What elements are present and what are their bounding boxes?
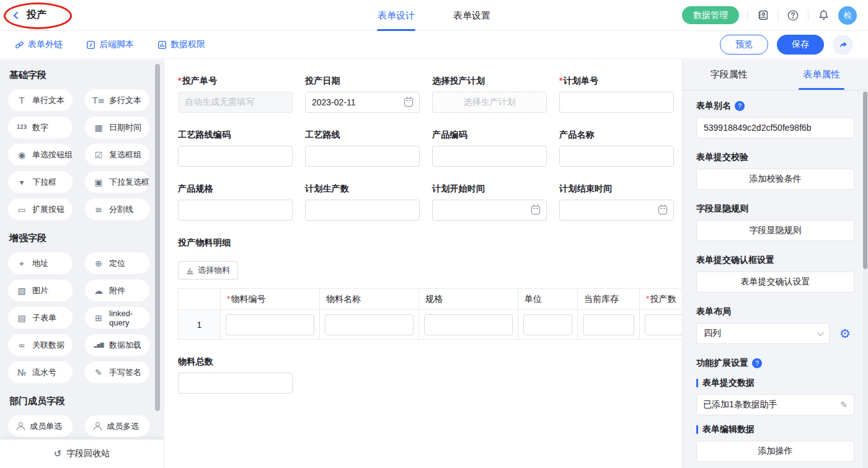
external-link-action[interactable]: 表单外链 xyxy=(15,39,63,50)
field-visibility-button[interactable]: 字段显隐规则 xyxy=(696,220,854,241)
help-icon[interactable] xyxy=(752,358,762,368)
palette-item-serial-number[interactable]: №流水号 xyxy=(8,361,73,383)
palette-item-attachment[interactable]: ☁附件 xyxy=(85,280,149,301)
signature-icon: ✎ xyxy=(92,368,105,377)
back-chevron-icon[interactable] xyxy=(11,11,21,20)
field-product-name[interactable]: 产品名称 xyxy=(559,130,674,167)
palette-item-address[interactable]: ⌖地址 xyxy=(8,252,73,274)
palette-item-linked-query[interactable]: ⊞linked-query xyxy=(85,307,149,329)
help-icon[interactable] xyxy=(786,9,800,22)
user-avatar[interactable]: 检 xyxy=(838,6,857,25)
data-permission-action[interactable]: 数据权限 xyxy=(157,39,205,50)
backend-script-action[interactable]: 后端脚本 xyxy=(86,39,134,50)
palette-item-multi-line-text[interactable]: T≡多行文本 xyxy=(85,89,149,111)
notification-bell-icon[interactable] xyxy=(817,9,830,22)
text-input[interactable] xyxy=(559,146,674,167)
attachment-icon: ☁ xyxy=(92,286,105,295)
data-manage-button[interactable]: 数据管理 xyxy=(682,6,739,24)
palette-item-extend-button[interactable]: ▭扩展按钮 xyxy=(8,198,73,220)
palette-item-single-line-text[interactable]: T单行文本 xyxy=(8,89,73,111)
select-material-button[interactable]: 选择物料 xyxy=(178,261,238,280)
cell-input-material-code[interactable] xyxy=(226,314,314,335)
palette-item-location[interactable]: ⊕定位 xyxy=(85,252,149,274)
palette-item-linked-data[interactable]: ∞关联数据 xyxy=(8,334,73,356)
cell-input-stock[interactable] xyxy=(583,314,634,335)
palette-item-datetime[interactable]: ▦日期时间 xyxy=(85,117,149,138)
back-navigation[interactable]: 投产 xyxy=(11,9,46,22)
calendar-icon xyxy=(658,206,667,214)
field-plan-order-no[interactable]: 计划单号 xyxy=(559,76,674,113)
divider xyxy=(747,10,748,21)
cell-input-material-name[interactable] xyxy=(325,314,414,335)
data-assistant-box[interactable]: 已添加1条数据助手 ✎ xyxy=(696,394,854,415)
tab-field-properties[interactable]: 字段属性 xyxy=(683,60,776,90)
field-plan-start-time[interactable]: 计划开始时间 xyxy=(432,183,547,221)
panel-scrollbar-thumb[interactable] xyxy=(863,92,867,269)
palette-item-data-load[interactable]: ▂▅▇数据加载 xyxy=(85,334,149,356)
tab-form-settings[interactable]: 表单设置 xyxy=(453,0,490,31)
field-route-code[interactable]: 工艺路线编码 xyxy=(178,130,293,167)
calendar-icon xyxy=(404,98,413,107)
gear-icon[interactable]: ⚙ xyxy=(836,323,854,344)
cell-input-qty[interactable] xyxy=(645,314,682,335)
palette-item-divider-line[interactable]: ≡分割线 xyxy=(85,198,149,220)
palette-item-dropdown[interactable]: ▾下拉框 xyxy=(8,171,73,193)
field-product-spec[interactable]: 产品规格 xyxy=(178,183,293,221)
tab-form-properties[interactable]: 表单属性 xyxy=(776,60,868,90)
palette-item-image[interactable]: ▧图片 xyxy=(8,280,73,301)
share-button[interactable] xyxy=(833,35,853,55)
submit-confirm-label: 表单提交确认框设置 xyxy=(696,255,854,266)
add-validation-button[interactable]: 添加校验条件 xyxy=(696,169,854,190)
text-input[interactable] xyxy=(178,200,293,221)
date-input[interactable] xyxy=(432,200,547,221)
submit-confirm-button[interactable]: 表单提交确认设置 xyxy=(696,272,854,293)
field-plan-end-time[interactable]: 计划结束时间 xyxy=(559,183,674,221)
field-production-date[interactable]: 投产日期 2023-02-11 xyxy=(305,76,420,113)
recycle-icon: ↺ xyxy=(54,448,62,459)
palette-item-subform[interactable]: ▤子表单 xyxy=(8,307,73,329)
cell-input-spec[interactable] xyxy=(424,314,513,335)
field-select-production-plan[interactable]: 选择投产计划 选择生产计划 xyxy=(432,76,547,113)
form-layout-row: 四列 ⚙ xyxy=(696,323,854,344)
palette-item-multi-dropdown[interactable]: ▣下拉复选框 xyxy=(85,171,149,193)
data-permission-icon xyxy=(157,40,167,50)
palette-item-checkbox-group[interactable]: ☑复选框组 xyxy=(85,144,149,166)
text-input[interactable] xyxy=(305,200,420,221)
add-operation-button[interactable]: 添加操作 xyxy=(696,441,854,462)
sidebar-scrollbar-thumb[interactable] xyxy=(155,64,160,411)
text-input[interactable] xyxy=(178,373,293,394)
field-plan-quantity[interactable]: 计划生产数 xyxy=(305,183,420,221)
edit-pencil-icon[interactable]: ✎ xyxy=(840,400,848,410)
palette-item-radio-group[interactable]: ◉单选按钮组 xyxy=(8,144,73,166)
field-route[interactable]: 工艺路线 xyxy=(305,130,420,167)
link-icon xyxy=(15,40,24,50)
help-icon[interactable] xyxy=(735,101,745,111)
tab-form-design[interactable]: 表单设计 xyxy=(378,0,415,31)
material-table-row: 1 xyxy=(179,310,683,340)
field-material-total[interactable]: 物料总数 xyxy=(178,356,293,394)
col-spec: 规格 xyxy=(419,289,518,310)
field-recycle-bin[interactable]: ↺ 字段回收站 xyxy=(0,439,164,468)
text-input[interactable] xyxy=(305,146,420,167)
select-plan-picker[interactable]: 选择生产计划 xyxy=(432,92,547,113)
subform-material-detail[interactable]: 投产物料明细 选择物料 物料 xyxy=(178,237,673,340)
form-fields-grid: 投产单号 自动生成无需填写 投产日期 2023-02-11 选择投产计划 选择生… xyxy=(178,76,673,221)
date-input[interactable]: 2023-02-11 xyxy=(305,92,420,113)
section-title-member-fields: 部门成员字段 xyxy=(9,395,164,407)
cell-input-unit[interactable] xyxy=(523,314,572,335)
text-input[interactable] xyxy=(178,146,293,167)
palette-item-signature[interactable]: ✎手写签名 xyxy=(85,361,149,383)
save-button[interactable]: 保存 xyxy=(777,35,824,55)
field-production-order-no[interactable]: 投产单号 自动生成无需填写 xyxy=(178,76,293,113)
preview-button[interactable]: 预览 xyxy=(720,35,768,55)
field-product-code[interactable]: 产品编码 xyxy=(432,130,547,167)
palette-item-member-single[interactable]: 成员单选 xyxy=(8,415,73,437)
date-input[interactable] xyxy=(559,200,674,221)
text-input[interactable] xyxy=(432,146,547,167)
contact-book-icon[interactable] xyxy=(756,9,769,22)
layout-select[interactable]: 四列 xyxy=(696,323,830,344)
palette-item-number[interactable]: 123数字 xyxy=(8,117,73,138)
palette-item-member-multi[interactable]: 成员多选 xyxy=(85,415,149,437)
form-alias-input[interactable]: 539918849c2d2cf50fe98f6b xyxy=(696,117,854,138)
text-input[interactable] xyxy=(559,92,674,113)
